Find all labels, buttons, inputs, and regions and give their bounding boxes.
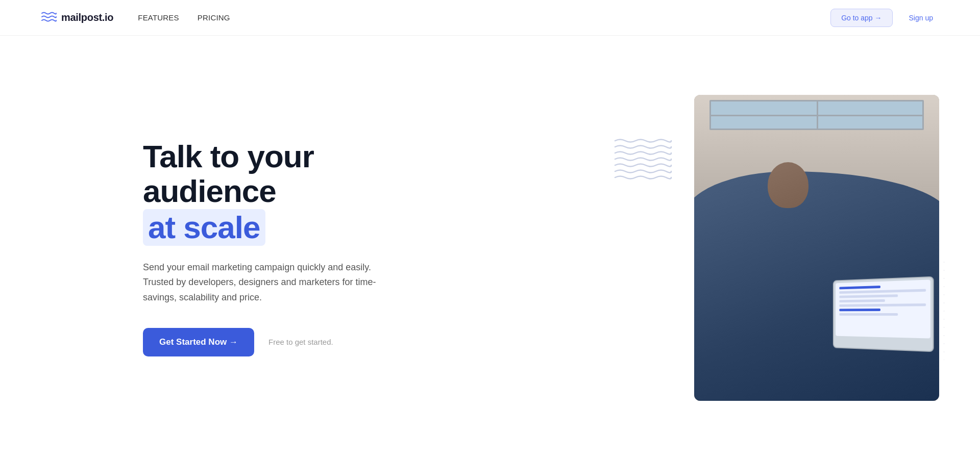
hero-title-highlight: at scale xyxy=(143,209,265,246)
nav-features[interactable]: FEATURES xyxy=(138,13,179,22)
nav-pricing[interactable]: PRICING xyxy=(198,13,230,22)
nav-actions: Go to app → Sign up xyxy=(830,9,939,27)
hero-title-line1: Talk to your xyxy=(143,139,314,174)
hero-section: Talk to your audience at scale Send your… xyxy=(0,36,980,460)
screen-line-4 xyxy=(839,299,885,302)
hero-image xyxy=(694,95,939,401)
hero-right xyxy=(439,95,939,401)
navbar: mailpost.io FEATURES PRICING Go to app →… xyxy=(0,0,980,36)
window-divider-v xyxy=(817,101,818,129)
hero-subtitle: Send your email marketing campaign quick… xyxy=(143,260,378,305)
hero-content: Talk to your audience at scale Send your… xyxy=(143,139,408,356)
logo-text: mailpost.io xyxy=(61,12,113,23)
hero-free-label: Free to get started. xyxy=(268,338,333,346)
screen-line-3 xyxy=(839,294,898,298)
photo-window xyxy=(709,100,924,130)
hero-title: Talk to your audience at scale xyxy=(143,139,408,246)
nav-links: FEATURES PRICING xyxy=(138,13,830,22)
hero-photo-art xyxy=(694,95,939,401)
photo-person-head xyxy=(768,162,808,208)
photo-laptop xyxy=(833,276,934,352)
hero-title-line2-plain: audience xyxy=(143,173,276,209)
logo-waves-icon xyxy=(41,11,57,24)
get-started-button[interactable]: Get Started Now → xyxy=(143,328,254,356)
screen-line-7 xyxy=(839,313,898,316)
screen-line-1 xyxy=(839,286,880,289)
screen-line-6 xyxy=(839,309,880,311)
wave-decoration xyxy=(612,136,674,184)
hero-cta-row: Get Started Now → Free to get started. xyxy=(143,328,408,356)
photo-laptop-screen xyxy=(836,279,930,338)
screen-line-2 xyxy=(839,289,926,294)
go-to-app-button[interactable]: Go to app → xyxy=(830,9,892,27)
screen-line-5 xyxy=(839,303,926,307)
sign-up-button[interactable]: Sign up xyxy=(903,9,939,27)
logo-link[interactable]: mailpost.io xyxy=(41,11,113,24)
